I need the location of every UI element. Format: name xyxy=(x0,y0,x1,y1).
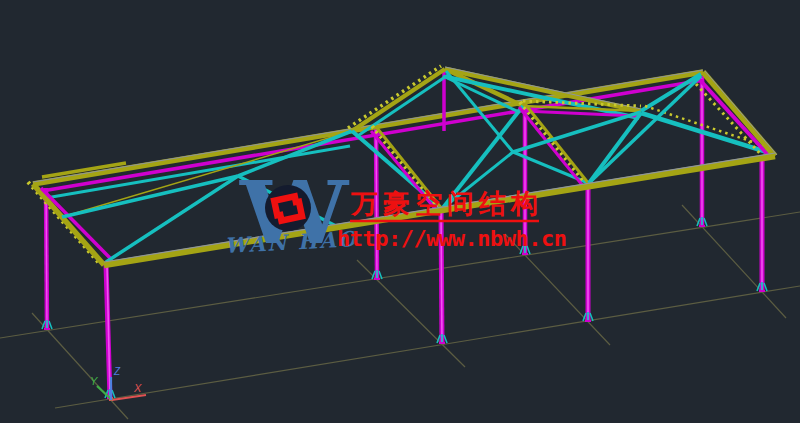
cad-model-viewport[interactable]: X Y Z W WAN HAO 万豪空间结构 http://www.nbwh.c… xyxy=(0,0,800,423)
logo-circle xyxy=(265,185,311,231)
back-eave-beam xyxy=(33,70,704,198)
ucs-z-label: Z xyxy=(113,366,121,377)
right-end-beam xyxy=(696,71,777,160)
model-canvas[interactable]: X Y Z W WAN HAO 万豪空间结构 http://www.nbwh.c… xyxy=(0,0,800,423)
ucs-axis-icon: X Y Z xyxy=(90,366,146,401)
watermark: W WAN HAO 万豪空间结构 http://www.nbwh.cn xyxy=(224,162,566,264)
ucs-x-label: X xyxy=(133,382,142,394)
company-name-cn: 万豪空间结构 xyxy=(350,188,543,219)
ucs-y-label: Y xyxy=(90,375,98,387)
website-url: http://www.nbwh.cn xyxy=(337,226,566,251)
